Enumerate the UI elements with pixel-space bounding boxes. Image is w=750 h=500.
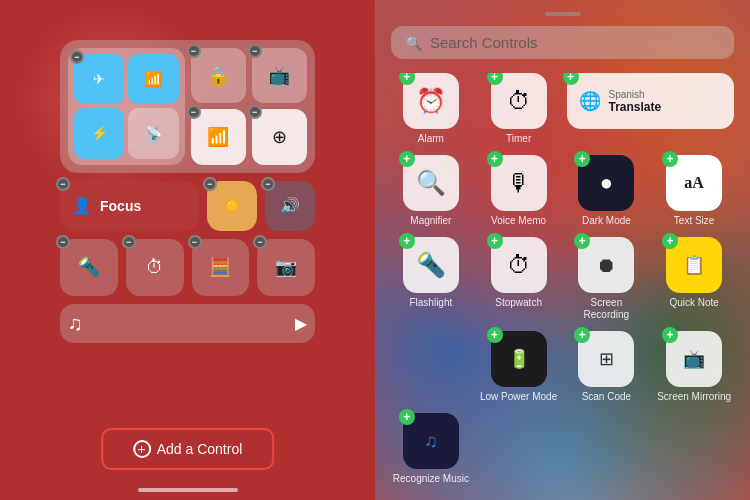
magnifier-icon-wrap: + 🔍 [403, 155, 459, 211]
stopwatch-icon-wrap: + ⏱ [491, 237, 547, 293]
flashlight-icon-wrap: + 🔦 [403, 237, 459, 293]
music-widget[interactable]: ♫ ▶ [60, 304, 315, 343]
screen-mirror-icon: 📺 [683, 348, 705, 370]
voice-memo-icon-wrap: + 🎙 [491, 155, 547, 211]
screen-mirroring-control[interactable]: + 📺 Screen Mirroring [654, 331, 734, 403]
add-badge: + [487, 233, 503, 249]
translate-title: Translate [609, 100, 662, 114]
quick-note-control[interactable]: + 📋 Quick Note [654, 237, 734, 321]
recognize-music-icon-wrap: + ♫ [403, 413, 459, 469]
remove-badge: − [70, 50, 84, 64]
right-content: 🔍 Search Controls + ⏰ Alarm + ⏱ [375, 0, 750, 500]
focus-btn[interactable]: − 👤 Focus [60, 181, 199, 231]
add-badge: + [563, 73, 579, 85]
remove-badge: − [188, 235, 202, 249]
dark-mode-icon: ● [600, 170, 613, 196]
text-size-icon: aA [684, 174, 704, 192]
cellular-btn[interactable]: − ⊕ [252, 109, 307, 164]
stopwatch-label: Stopwatch [495, 297, 542, 309]
scan-code-label: Scan Code [582, 391, 631, 403]
bluetooth-btn[interactable]: ⚡ [74, 108, 124, 158]
flashlight-ctrl[interactable]: + 🔦 Flashlight [391, 237, 471, 321]
low-power-control[interactable]: + 🔋 Low Power Mode [479, 331, 559, 403]
screen-recording-control[interactable]: + ⏺ Screen Recording [567, 237, 647, 321]
left-panel: − ✈ 📶 ⚡ 📡 − 🔒 − 📺 − 📶 [0, 0, 375, 500]
remove-badge: − [248, 105, 262, 119]
brightness-btn[interactable]: − ☀️ [207, 181, 257, 231]
add-badge: + [399, 409, 415, 425]
camera-btn[interactable]: − 📷 [257, 239, 315, 297]
add-badge: + [662, 327, 678, 343]
alarm-label: Alarm [418, 133, 444, 145]
translate-control[interactable]: + 🌐 Spanish Translate [567, 73, 735, 145]
timer-control[interactable]: + ⏱ Timer [479, 73, 559, 145]
add-control-button[interactable]: + Add a Control [101, 428, 275, 470]
wifi-btn[interactable]: 📶 [128, 54, 178, 104]
add-badge: + [574, 151, 590, 167]
calculator-btn[interactable]: − 🧮 [192, 239, 250, 297]
text-size-icon-wrap: + aA [666, 155, 722, 211]
controls-grid-1: + ⏰ Alarm + ⏱ Timer + [391, 73, 734, 485]
volume-btn[interactable]: − 🔊 [265, 181, 315, 231]
airplane-mode-btn[interactable]: − ✈ [74, 54, 124, 104]
voice-memo-control[interactable]: + 🎙 Voice Memo [479, 155, 559, 227]
flashlight-btn[interactable]: − 🔦 [60, 239, 118, 297]
screen-rec-label: Screen Recording [567, 297, 647, 321]
add-badge: + [399, 73, 415, 85]
magnifier-label: Magnifier [410, 215, 451, 227]
dark-mode-icon-wrap: + ● [578, 155, 634, 211]
quick-note-icon-wrap: + 📋 [666, 237, 722, 293]
connectivity-block: − ✈ 📶 ⚡ 📡 [68, 48, 185, 165]
play-icon: ▶ [295, 314, 307, 333]
remove-badge: − [122, 235, 136, 249]
voice-memo-label: Voice Memo [491, 215, 546, 227]
search-bar[interactable]: 🔍 Search Controls [391, 26, 734, 59]
add-badge: + [487, 73, 503, 85]
remove-badge: − [248, 44, 262, 58]
add-badge: + [662, 151, 678, 167]
add-badge: + [574, 327, 590, 343]
text-size-control[interactable]: + aA Text Size [654, 155, 734, 227]
timer-btn[interactable]: − ⏱ [126, 239, 184, 297]
remove-badge: − [187, 44, 201, 58]
utility-row: − 🔦 − ⏱ − 🧮 − 📷 [60, 239, 315, 297]
add-badge: + [574, 233, 590, 249]
rotation-lock-btn[interactable]: − 🔒 [191, 48, 246, 103]
screen-mirror-icon-wrap: + 📺 [666, 331, 722, 387]
dark-mode-control[interactable]: + ● Dark Mode [567, 155, 647, 227]
scan-code-icon: ⊞ [599, 348, 614, 370]
focus-row: − 👤 Focus − ☀️ − 🔊 [60, 181, 315, 231]
stopwatch-control[interactable]: + ⏱ Stopwatch [479, 237, 559, 321]
add-badge: + [662, 233, 678, 249]
wifi-detail-btn[interactable]: − 📶 [191, 109, 246, 164]
recognize-music-control[interactable]: + ♫ Recognize Music [391, 413, 471, 485]
remove-badge: − [187, 105, 201, 119]
translate-icon: 🌐 [579, 90, 601, 112]
airdrop-btn[interactable]: 📡 [128, 108, 178, 158]
alarm-icon-wrap: + ⏰ [403, 73, 459, 129]
music-icon: ♫ [68, 312, 83, 335]
magnifier-control[interactable]: + 🔍 Magnifier [391, 155, 471, 227]
home-indicator [138, 488, 238, 492]
low-power-icon-wrap: + 🔋 [491, 331, 547, 387]
dark-mode-label: Dark Mode [582, 215, 631, 227]
drag-handle [545, 12, 581, 16]
low-power-icon: 🔋 [508, 348, 530, 370]
search-icon: 🔍 [405, 35, 422, 51]
controls-scroll-area: + ⏰ Alarm + ⏱ Timer + [391, 73, 734, 488]
screen-rec-icon: ⏺ [596, 254, 616, 277]
remove-badge: − [56, 177, 70, 191]
quick-note-icon: 📋 [683, 254, 705, 276]
add-badge: + [399, 233, 415, 249]
control-center-grid: − ✈ 📶 ⚡ 📡 − 🔒 − 📺 − 📶 [60, 40, 315, 355]
add-badge: + [487, 151, 503, 167]
screen-mirror-label: Screen Mirroring [657, 391, 731, 403]
scan-code-control[interactable]: + ⊞ Scan Code [567, 331, 647, 403]
empty-slot [391, 331, 471, 403]
right-panel: 🔍 Search Controls + ⏰ Alarm + ⏱ [375, 0, 750, 500]
translate-icon-wrap: + 🌐 Spanish Translate [567, 73, 735, 129]
add-badge: + [487, 327, 503, 343]
screen-mirror-btn[interactable]: − 📺 [252, 48, 307, 103]
flashlight-label: Flashlight [409, 297, 452, 309]
alarm-control[interactable]: + ⏰ Alarm [391, 73, 471, 145]
